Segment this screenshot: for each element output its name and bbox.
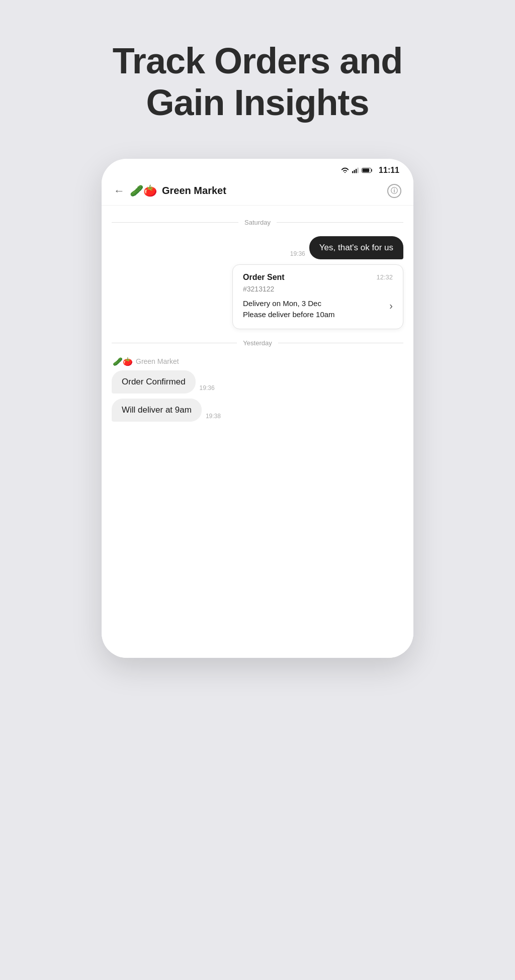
chat-header: ← 🥒🍅 Green Market ⓘ xyxy=(102,179,413,206)
chat-emoji: 🥒🍅 xyxy=(130,184,157,198)
svg-rect-5 xyxy=(363,168,370,172)
outgoing-time: 19:36 xyxy=(290,250,305,257)
day-separator-saturday: Saturday xyxy=(112,219,403,226)
incoming-message-row-2: Will deliver at 9am 19:38 xyxy=(112,399,403,422)
sender-label: 🥒🍅 Green Market xyxy=(113,357,403,366)
order-delivery: Delivery on Mon, 3 Dec xyxy=(243,298,335,310)
order-card-row: Order Sent 12:32 #3213122 Delivery on Mo… xyxy=(112,264,403,329)
order-card-id: #3213122 xyxy=(243,285,393,293)
order-card[interactable]: Order Sent 12:32 #3213122 Delivery on Mo… xyxy=(232,264,403,329)
battery-icon xyxy=(362,167,373,173)
sender-name: Green Market xyxy=(136,357,179,365)
status-icons xyxy=(340,167,373,174)
back-button[interactable]: ← xyxy=(114,184,125,198)
order-card-time: 12:32 xyxy=(376,273,393,281)
svg-rect-2 xyxy=(356,168,357,173)
chat-body: Saturday 19:36 Yes, that's ok for us Ord… xyxy=(102,206,413,658)
status-bar: 11:11 xyxy=(102,159,413,179)
incoming-bubble-2: Will deliver at 9am xyxy=(112,399,202,422)
incoming-time-1: 19:36 xyxy=(200,384,215,391)
wifi-icon xyxy=(340,167,350,174)
info-icon[interactable]: ⓘ xyxy=(387,184,401,198)
status-time: 11:11 xyxy=(379,166,399,175)
order-card-header: Order Sent 12:32 xyxy=(243,273,393,282)
chat-header-left: ← 🥒🍅 Green Market xyxy=(114,184,226,198)
hero-title: Track Orders and Gain Insights xyxy=(113,40,402,124)
chat-title: Green Market xyxy=(162,185,226,197)
svg-rect-0 xyxy=(352,171,353,173)
svg-rect-3 xyxy=(358,167,359,173)
signal-icon xyxy=(352,167,359,174)
order-card-info: Delivery on Mon, 3 Dec Please deliver be… xyxy=(243,298,335,321)
order-card-body: Delivery on Mon, 3 Dec Please deliver be… xyxy=(243,298,393,321)
order-note: Please deliver before 10am xyxy=(243,309,335,321)
outgoing-bubble: Yes, that's ok for us xyxy=(309,236,403,259)
incoming-message-row-1: Order Confirmed 19:36 xyxy=(112,370,403,394)
phone-mockup: 11:11 ← 🥒🍅 Green Market ⓘ Saturday 19:36… xyxy=(102,159,413,658)
svg-rect-1 xyxy=(354,170,355,173)
sender-emoji: 🥒🍅 xyxy=(113,357,133,366)
outgoing-message-row: 19:36 Yes, that's ok for us xyxy=(112,236,403,259)
day-separator-yesterday: Yesterday xyxy=(112,339,403,347)
incoming-time-2: 19:38 xyxy=(206,413,221,420)
order-card-title: Order Sent xyxy=(243,273,285,282)
order-card-chevron[interactable]: › xyxy=(389,300,393,312)
incoming-bubble-1: Order Confirmed xyxy=(112,370,196,394)
